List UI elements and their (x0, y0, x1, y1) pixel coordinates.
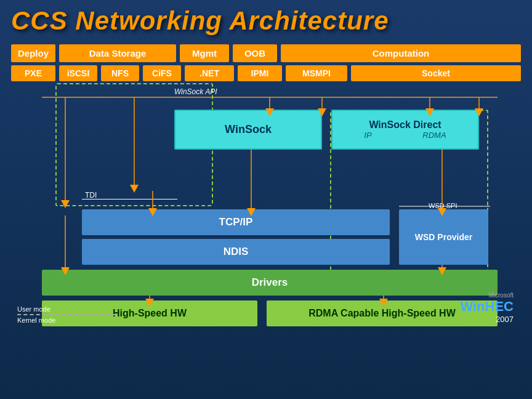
wsd-title: WinSock Direct (369, 119, 441, 131)
header-row-2: PXE iSCSI NFS CiFS .NET IPMI MSMPI Socke… (11, 65, 521, 81)
drivers-block: Drivers (42, 270, 498, 296)
svg-marker-2 (61, 200, 70, 208)
winsock-api-label: WinSock API (174, 87, 217, 96)
tcpip-block: TCP/IP (82, 209, 390, 235)
tdi-label: TDI (85, 191, 97, 200)
wsd-ip: IP (364, 131, 371, 140)
mode-dashed-line (17, 314, 116, 315)
kernel-mode-label: Kernel mode (17, 316, 116, 324)
wsd-spi-label: WSD SPI (429, 202, 457, 209)
sub-ipmi: IPMI (238, 65, 282, 81)
sub-msmpi: MSMPI (286, 65, 347, 81)
wsd-provider-block: WSD Provider (399, 209, 488, 265)
header-deploy: Deploy (11, 44, 55, 62)
mode-labels: User mode Kernel mode (17, 305, 116, 325)
sub-nfs: NFS (101, 65, 139, 81)
ndis-block: NDIS (82, 239, 390, 265)
sub-iscsi: iSCSI (59, 65, 97, 81)
winsock-block: WinSock (174, 110, 322, 150)
header-computation: Computation (281, 44, 521, 62)
sub-dotnet: .NET (185, 65, 234, 81)
svg-marker-4 (130, 185, 139, 193)
header-mgmt: Mgmt (180, 44, 229, 62)
sub-socket: Socket (351, 65, 521, 81)
header-oob: OOB (233, 44, 277, 62)
winhec-logo: Microsoft WinHEC 2007 (460, 292, 514, 324)
main-container: CCS Networking Architecture Deploy Data … (0, 0, 532, 399)
user-mode-label: User mode (17, 305, 116, 313)
winhec-year: 2007 (460, 315, 514, 324)
wsd-subtitle: IP RDMA (332, 131, 478, 140)
sub-pxe: PXE (11, 65, 55, 81)
diagram-area: WinSock API WinSock WinSock Direct IP RD… (11, 86, 521, 326)
winsock-direct-block: WinSock Direct IP RDMA (331, 110, 479, 150)
header-datastorage: Data Storage (59, 44, 176, 62)
sub-cifs: CiFS (143, 65, 181, 81)
winhec-text: WinHEC (460, 299, 514, 315)
tdi-line (82, 199, 177, 200)
header-row-1: Deploy Data Storage Mgmt OOB Computation (11, 44, 521, 62)
wsd-rdma: RDMA (422, 131, 446, 140)
page-title: CCS Networking Architecture (11, 6, 521, 36)
